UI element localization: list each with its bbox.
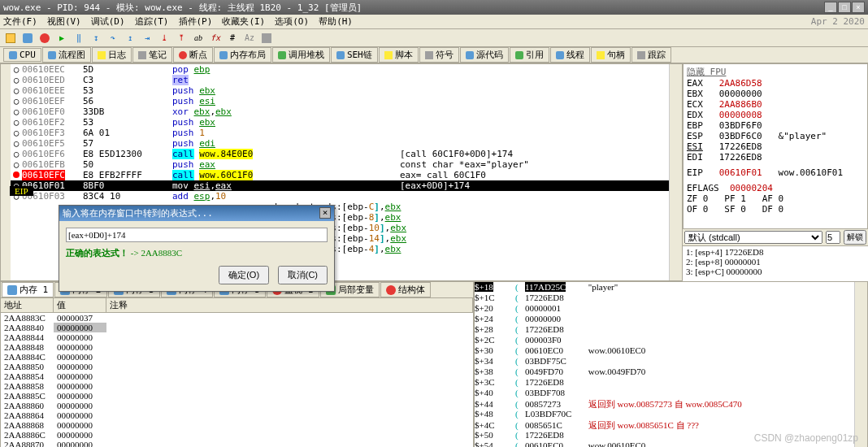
stack-row[interactable]: $+2C(000003F0	[475, 335, 854, 345]
stack-row[interactable]: $+3C(17226ED8	[475, 377, 854, 388]
memory-dump[interactable]: 地址 值 注释 2AA8883C000000372AA8884000000000…	[1, 298, 473, 447]
disasm-row[interactable]: ○00610EFB50push eaxconst char *eax="play…	[11, 159, 669, 170]
stack-row[interactable]: $+18(117AD25C "player"	[475, 282, 854, 293]
run-to-icon[interactable]: ⇥	[140, 31, 154, 46]
disasm-row[interactable]: ○00610EF033DBxor ebx,ebx	[11, 106, 669, 117]
register-row[interactable]: ECX 2AA886B0	[687, 99, 864, 110]
restart-icon[interactable]	[20, 31, 35, 46]
asm-icon[interactable]: Az	[242, 31, 257, 46]
stack-row[interactable]: $+28(17226ED8	[475, 324, 854, 335]
stack-row[interactable]: $+44(00857273 返回到 wow.00857273 自 wow.008…	[475, 398, 854, 409]
memory-row[interactable]: 2AA8887000000000	[1, 440, 473, 447]
step-over-icon[interactable]: ↷	[106, 31, 120, 46]
tab-source[interactable]: 源代码	[460, 47, 509, 63]
hash-icon[interactable]: #	[225, 31, 240, 46]
stack-row[interactable]: $+30(00610EC0 wow.00610EC0	[475, 345, 854, 356]
minimize-button[interactable]: _	[824, 2, 837, 13]
menu-debug[interactable]: 调试(D)	[91, 15, 125, 28]
stack-row[interactable]: $+1C(17226ED8	[475, 293, 854, 303]
tab-memmap[interactable]: 内存布局	[214, 47, 271, 63]
disasm-row[interactable]: ○00610EF557push edi	[11, 138, 669, 149]
register-row[interactable]: EAX 2AA86D58	[687, 78, 864, 89]
memory-row[interactable]: 2AA8885000000000	[1, 362, 473, 371]
memory-row[interactable]: 2AA8884C00000000	[1, 352, 473, 362]
tab-log[interactable]: 日志	[92, 47, 132, 63]
run-icon[interactable]: ▶	[54, 31, 69, 46]
text-icon[interactable]: ab	[191, 31, 206, 46]
register-row[interactable]: EDI 17226ED8	[687, 152, 864, 163]
step-out-icon[interactable]: ↥	[123, 31, 137, 46]
unlock-button[interactable]: 解锁	[844, 230, 866, 245]
stack-scrollbar[interactable]	[854, 282, 867, 447]
registers-panel[interactable]: 隐藏 FPU EAX 2AA86D58EBX 00000000ECX 2AA88…	[683, 63, 868, 229]
memcol-addr[interactable]: 地址	[1, 298, 54, 312]
disasm-scrollbar[interactable]	[669, 64, 682, 280]
fpu-toggle[interactable]: 隐藏 FPU	[687, 66, 864, 78]
dialog-close-icon[interactable]: ×	[319, 207, 331, 219]
stack-row[interactable]: $+20(00000001	[475, 303, 854, 314]
callconv-select[interactable]: 默认 (stdcall)	[684, 231, 822, 244]
tab-handles[interactable]: 句柄	[591, 47, 631, 63]
disasm-row[interactable]: 00610EFCE8 EFB2FFFFcall wow.60C1F0eax= c…	[11, 170, 669, 180]
register-row[interactable]: ESP 03BDF6C0 &"player"	[687, 131, 864, 141]
disasm-row[interactable]: ○00610EF36A 01push 1	[11, 128, 669, 138]
disasm-row[interactable]: ○00610F0383C4 10add esp,10	[11, 191, 669, 202]
close-button[interactable]: ×	[852, 2, 865, 13]
cancel-button[interactable]: 取消(C)	[278, 266, 328, 284]
tab-seh[interactable]: SEH链	[331, 47, 378, 63]
tab-callstack[interactable]: 调用堆栈	[272, 47, 330, 63]
memory-row[interactable]: 2AA8884800000000	[1, 342, 473, 352]
menu-help[interactable]: 帮助(H)	[319, 15, 353, 28]
memory-row[interactable]: 2AA8885400000000	[1, 371, 473, 381]
tab-trace[interactable]: 跟踪	[631, 47, 671, 63]
args-preview[interactable]: 1: [esp+4] 17226ED8 2: [esp+8] 00000001 …	[683, 245, 868, 281]
trace-into-icon[interactable]: ⤓	[157, 31, 171, 46]
tab-refs[interactable]: 引用	[510, 47, 549, 63]
tab-graph[interactable]: 流程图	[42, 47, 91, 63]
register-row[interactable]: ESI 17226ED8	[687, 141, 864, 152]
func-icon[interactable]: fx	[208, 31, 223, 46]
maximize-button[interactable]: □	[838, 2, 851, 13]
memcol-val[interactable]: 值	[54, 298, 106, 312]
disasm-row[interactable]: ○00610EF6E8 E5D12300call wow.84E0E0[call…	[11, 149, 669, 159]
memory-row[interactable]: 2AA8884000000000	[1, 323, 473, 332]
disasm-row[interactable]: ○00610EEC5Dpop ebp	[11, 64, 669, 75]
ok-button[interactable]: 确定(O)	[219, 266, 269, 284]
tab-cpu[interactable]: CPU	[3, 48, 41, 62]
memory-row[interactable]: 2AA8886400000000	[1, 410, 473, 420]
menu-fav[interactable]: 收藏夹(I)	[222, 15, 265, 28]
tab-notes[interactable]: 笔记	[132, 47, 172, 63]
tab-breakpoints[interactable]: 断点	[173, 47, 213, 63]
memcol-comment[interactable]: 注释	[106, 298, 473, 312]
memtab-struct[interactable]: 结构体	[380, 282, 431, 297]
menu-trace[interactable]: 追踪(T)	[135, 15, 169, 28]
menu-view[interactable]: 视图(V)	[47, 15, 81, 28]
tab-threads[interactable]: 线程	[550, 47, 590, 63]
menu-plugins[interactable]: 插件(P)	[179, 15, 213, 28]
stack-panel[interactable]: $+18(117AD25C "player"$+1C(17226ED8 $+20…	[474, 281, 868, 447]
tab-symbols[interactable]: 符号	[419, 47, 459, 63]
tab-script[interactable]: 脚本	[379, 47, 419, 63]
memory-row[interactable]: 2AA8885800000000	[1, 381, 473, 391]
stack-row[interactable]: $+48(L03BDF70C	[475, 409, 854, 419]
register-row[interactable]: EBX 00000000	[687, 89, 864, 99]
pause-icon[interactable]: ‖	[72, 31, 86, 46]
stack-row[interactable]: $+38(0049FD70 wow.0049FD70	[475, 367, 854, 377]
memtab-1[interactable]: 内存 1	[2, 282, 54, 297]
settings-icon[interactable]	[259, 31, 274, 46]
stop-icon[interactable]	[37, 31, 52, 46]
disasm-row[interactable]: ○00610EEF56push esi	[11, 96, 669, 106]
expression-input[interactable]	[66, 228, 328, 242]
memory-row[interactable]: 2AA8886800000000	[1, 420, 473, 430]
memory-row[interactable]: 2AA8884400000000	[1, 332, 473, 342]
disasm-row[interactable]: ○00610EEE53push ebx	[11, 85, 669, 96]
menu-file[interactable]: 文件(F)	[3, 15, 37, 28]
memory-row[interactable]: 2AA8885C00000000	[1, 391, 473, 401]
stack-row[interactable]: $+4C(0085651C 返回到 wow.0085651C 自 ???	[475, 419, 854, 430]
register-row[interactable]: EDX 00000008	[687, 110, 864, 120]
memory-row[interactable]: 2AA8883C00000037	[1, 313, 473, 323]
memory-row[interactable]: 2AA8886000000000	[1, 401, 473, 410]
stack-row[interactable]: $+24(00000000	[475, 314, 854, 324]
register-row[interactable]: EBP 03BDF6F0	[687, 120, 864, 131]
disasm-row[interactable]: ○00610EF253push ebx	[11, 117, 669, 128]
